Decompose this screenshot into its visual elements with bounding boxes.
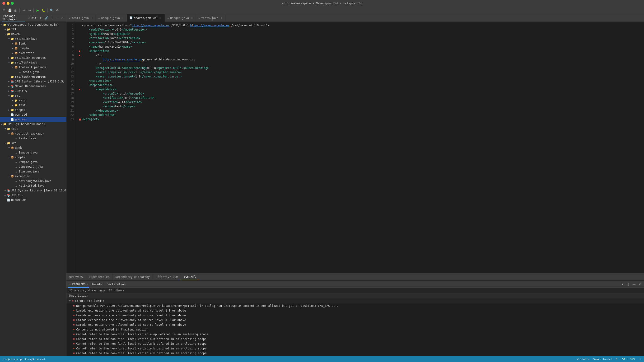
tree-item-exception[interactable]: ▶📦exception (0, 51, 66, 55)
panel-menu-button[interactable]: ⋮ (50, 16, 54, 20)
debug-button[interactable]: 🐛 (41, 8, 46, 13)
code-line-5[interactable]: <version>0.0.1-SNAPSHOT</version> (79, 40, 641, 44)
problem-item[interactable]: ✖Cannot refer to the non-final local var… (66, 341, 644, 346)
code-line-15[interactable]: <dependencies> (79, 83, 641, 87)
code-line-13[interactable]: <maven.compiler.target>1.8</maven.compil… (79, 74, 641, 79)
editor-tab-banque2[interactable]: ☕Banque.java✕ (165, 14, 196, 21)
code-line-3[interactable]: <groupId>Maven</groupId> (79, 32, 641, 36)
new-button[interactable]: ☰ (2, 8, 7, 13)
pom-tab-dependency-hierarchy[interactable]: Dependency Hierarchy (113, 273, 153, 280)
code-line-2[interactable]: <modelVersion>4.0.0</modelVersion> (79, 27, 641, 32)
tree-item-epargne-java[interactable]: ☕Epargne.java (0, 169, 66, 174)
code-line-21[interactable]: </dependency> (79, 109, 641, 113)
tree-item-gl[interactable]: ▶📁gl-bendaoud [gl-bendaoud main] (0, 22, 66, 27)
search-button[interactable]: 🔍 (49, 8, 54, 13)
tree-item-tests-java[interactable]: ☕tests.java (0, 70, 66, 74)
problem-group[interactable]: ▼✖Errors (12 items) (66, 298, 644, 304)
editor-tab-banque1[interactable]: ☕Banque.java✕ (96, 14, 127, 21)
code-line-14[interactable]: </properties> (79, 79, 641, 83)
tree-item-compte2[interactable]: ▼📦compte (0, 155, 66, 160)
tree-item-src-main-resources[interactable]: ▶📁src/main/resources (0, 55, 66, 60)
tab-close-tests2[interactable]: ✕ (220, 16, 223, 20)
panel-minimize-button[interactable]: — (55, 16, 60, 20)
code-line-12[interactable]: <maven.compiler.source>1.8</maven.compil… (79, 70, 641, 74)
problems-close-btn[interactable]: ✕ (86, 283, 88, 285)
pom-tab-effective-pom[interactable]: Effective POM (153, 273, 181, 280)
tree-item-notexisted-java[interactable]: ☕NotExisted.java (0, 183, 66, 188)
tree-item-compteabs-java[interactable]: ☕CompteAbs.java (0, 165, 66, 169)
problem-item[interactable]: ✖Lambda expressions are allowed only at … (66, 323, 644, 327)
code-line-16[interactable]: ● <dependency> (79, 87, 641, 91)
tree-item-jre2[interactable]: ▶📚JRE System Library [Java SE 16.0.2 [16… (0, 188, 66, 193)
code-line-23[interactable]: ⬤</project> (79, 117, 641, 121)
run-button[interactable]: ▶ (35, 8, 40, 13)
tab-junit[interactable]: JUnit (26, 16, 38, 20)
tree-item-bank2[interactable]: ▼📦Bank (0, 146, 66, 150)
tree-item-src-test-resources[interactable]: 📁src/test/resources (0, 74, 66, 79)
problem-item[interactable]: ✖Cannot refer to the non-final local var… (66, 351, 644, 356)
maximize-dot[interactable] (11, 2, 14, 5)
tree-item-banque-java[interactable]: ☕Banque.java (0, 150, 66, 155)
code-line-19[interactable]: <version>4.13</version> (79, 100, 641, 104)
minimize-dot[interactable] (7, 2, 10, 5)
tab-close-banque2[interactable]: ✕ (190, 16, 194, 20)
tree-item-src-test-java[interactable]: ▼📁src/test/java (0, 60, 66, 65)
code-editor[interactable]: 1234567891011121314151617181920212223 <p… (66, 22, 644, 273)
collapse-all-button[interactable]: ⊟ (40, 16, 43, 20)
problems-tab-declaration[interactable]: Declaration (106, 281, 126, 288)
pom-tab-overview[interactable]: Overview (66, 273, 86, 280)
redo-button[interactable]: ↪ (27, 8, 32, 13)
tree-item-default-pkg[interactable]: ▼📦(default package) (0, 65, 66, 70)
problem-item[interactable]: ✖Lambda expressions are allowed only at … (66, 318, 644, 323)
tree-item-pom-xml[interactable]: 📄pom.xml (0, 117, 66, 122)
tree-item-main2[interactable]: ▶📁main (0, 98, 66, 103)
tree-item-test2[interactable]: ▶📁test (0, 103, 66, 108)
tab-close-pom[interactable]: ✕ (159, 16, 162, 20)
close-dot[interactable] (2, 2, 5, 5)
code-line-7[interactable]: ● <properties> (79, 49, 641, 53)
code-line-11[interactable]: <project.build.sourceEncoding>UTF-8</pro… (79, 66, 641, 70)
tree-item-junit5-2[interactable]: ▶📚JUnit 5 (0, 193, 66, 197)
tree-item-bank[interactable]: ▶📦Bank (0, 41, 66, 46)
code-line-10[interactable]: --> (79, 62, 641, 66)
print-button[interactable]: 🖨 (13, 8, 18, 13)
code-line-17[interactable]: <groupId>junit</groupId> (79, 91, 641, 96)
problem-item[interactable]: ✖Cannot refer to the non-final local var… (66, 346, 644, 351)
package-explorer-tree[interactable]: ▶📁gl-bendaoud [gl-bendaoud main]▶📁TP1▼📁M… (0, 22, 66, 356)
problems-close-btn2[interactable]: ✕ (637, 282, 642, 287)
editor-tab-tests1[interactable]: ☕tests.java✕ (66, 14, 96, 21)
tree-item-tp1a[interactable]: ▶📁TP1 (0, 27, 66, 32)
tree-item-junit5[interactable]: ▶📚JUnit 5 (0, 89, 66, 93)
code-line-22[interactable]: </dependencies> (79, 113, 641, 117)
problems-list[interactable]: ▼✖Errors (12 items)✖Non-parseable POM /U… (66, 298, 644, 356)
tree-item-compte[interactable]: ▶📦compte (0, 46, 66, 51)
problems-filter-btn[interactable]: ▼ (620, 282, 625, 287)
tree-item-test3[interactable]: ▼📁test (0, 127, 66, 131)
tree-item-notenough-java[interactable]: ☕NotEnoughSolde.java (0, 179, 66, 183)
code-line-8[interactable]: ● <!-- (79, 53, 641, 57)
problems-tab-problems[interactable]: ⚠Problems ✕ (68, 281, 89, 288)
tree-item-readme[interactable]: 📄README.md (0, 197, 66, 202)
editor-tab-tests2[interactable]: ☕tests.java✕ (196, 14, 226, 21)
pom-tab-pom.xml[interactable]: pom.xml (181, 273, 199, 280)
tree-item-compte-java[interactable]: ☕Compte.java (0, 160, 66, 165)
tree-item-target[interactable]: ▶📁target (0, 108, 66, 112)
problems-menu-btn[interactable]: ⋮ (626, 282, 631, 287)
save-button[interactable]: 💾 (7, 8, 12, 13)
code-line-6[interactable]: <name>banqueMaven2</name> (79, 44, 641, 49)
editor-tab-pom[interactable]: 📄*Maven/pom.xml✕ (127, 14, 165, 21)
code-line-1[interactable]: <project xsi:schemaLocation="http://mave… (79, 23, 641, 27)
tab-package-explorer[interactable]: Package Explorer (2, 14, 25, 22)
tree-item-jre[interactable]: ▶📚JRE System Library [J2SE-1.5] (0, 79, 66, 84)
tree-item-tp1b[interactable]: ▼📁TP1 [gl-bendaoud main] (0, 122, 66, 127)
tree-item-pom-dtd[interactable]: 📄pom.dtd (0, 112, 66, 117)
tree-item-maven[interactable]: ▼📁Maven (0, 32, 66, 36)
problem-item[interactable]: ✖Content is not allowed in trailing sect… (66, 327, 644, 332)
settings-button[interactable]: ⚙ (55, 8, 60, 13)
link-with-editor-button[interactable]: 🔗 (44, 16, 49, 20)
tree-item-tests-java2[interactable]: ☕tests.java (0, 136, 66, 141)
code-lines[interactable]: <project xsi:schemaLocation="http://mave… (76, 22, 644, 273)
undo-button[interactable]: ↩ (21, 8, 26, 13)
tree-item-exception2[interactable]: ▼📦exception (0, 174, 66, 179)
tab-close-banque1[interactable]: ✕ (121, 16, 124, 20)
